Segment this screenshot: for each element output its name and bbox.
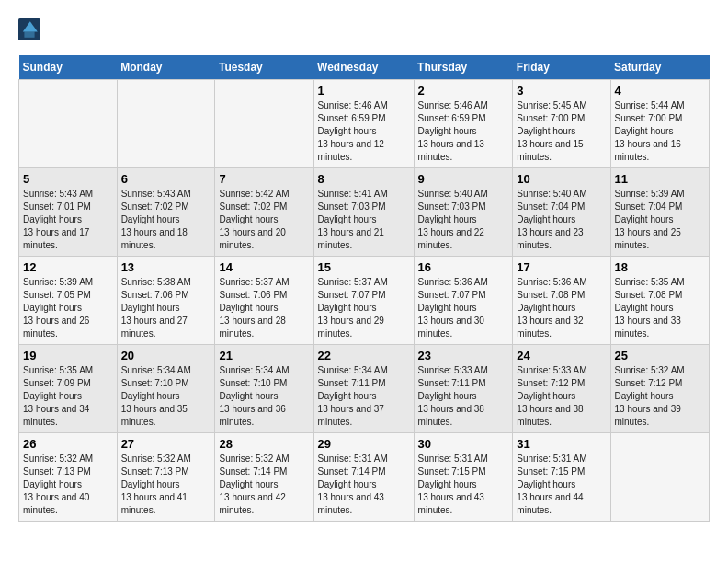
page-header (18, 18, 710, 40)
day-number: 10 (517, 172, 606, 186)
day-number: 5 (23, 172, 113, 186)
day-number: 18 (615, 260, 706, 274)
day-info: Sunrise: 5:40 AM Sunset: 7:03 PM Dayligh… (418, 188, 509, 252)
weekday-header: Friday (513, 55, 610, 80)
calendar-cell: 30 Sunrise: 5:31 AM Sunset: 7:15 PM Dayl… (414, 433, 513, 522)
day-info: Sunrise: 5:46 AM Sunset: 6:59 PM Dayligh… (418, 99, 509, 164)
day-number: 25 (615, 349, 706, 362)
day-info: Sunrise: 5:33 AM Sunset: 7:12 PM Dayligh… (517, 364, 606, 429)
day-info: Sunrise: 5:32 AM Sunset: 7:13 PM Dayligh… (23, 453, 113, 517)
day-info: Sunrise: 5:42 AM Sunset: 7:02 PM Dayligh… (219, 188, 309, 252)
day-info: Sunrise: 5:39 AM Sunset: 7:04 PM Dayligh… (615, 188, 706, 252)
day-info: Sunrise: 5:38 AM Sunset: 7:06 PM Dayligh… (121, 276, 211, 340)
day-number: 13 (121, 260, 211, 274)
day-info: Sunrise: 5:46 AM Sunset: 6:59 PM Dayligh… (318, 99, 410, 164)
day-number: 31 (517, 437, 606, 451)
calendar-cell: 12 Sunrise: 5:39 AM Sunset: 7:05 PM Dayl… (19, 257, 118, 345)
day-number: 6 (121, 172, 211, 186)
day-info: Sunrise: 5:34 AM Sunset: 7:10 PM Dayligh… (219, 364, 309, 429)
calendar-cell: 13 Sunrise: 5:38 AM Sunset: 7:06 PM Dayl… (117, 257, 215, 345)
calendar-cell: 24 Sunrise: 5:33 AM Sunset: 7:12 PM Dayl… (513, 345, 610, 433)
day-number: 26 (23, 437, 113, 451)
day-number: 1 (318, 84, 410, 98)
calendar-cell: 23 Sunrise: 5:33 AM Sunset: 7:11 PM Dayl… (414, 345, 513, 433)
calendar-cell: 29 Sunrise: 5:31 AM Sunset: 7:14 PM Dayl… (313, 433, 414, 522)
day-info: Sunrise: 5:37 AM Sunset: 7:06 PM Dayligh… (219, 276, 309, 340)
day-info: Sunrise: 5:37 AM Sunset: 7:07 PM Dayligh… (318, 276, 410, 340)
calendar-cell: 6 Sunrise: 5:43 AM Sunset: 7:02 PM Dayli… (117, 168, 215, 257)
calendar-cell: 4 Sunrise: 5:44 AM Sunset: 7:00 PM Dayli… (610, 80, 710, 168)
calendar-table: SundayMondayTuesdayWednesdayThursdayFrid… (18, 55, 710, 522)
weekday-header: Wednesday (313, 55, 414, 80)
day-info: Sunrise: 5:32 AM Sunset: 7:12 PM Dayligh… (615, 364, 706, 429)
day-info: Sunrise: 5:35 AM Sunset: 7:08 PM Dayligh… (615, 276, 706, 340)
weekday-header: Tuesday (215, 55, 313, 80)
weekday-header: Monday (117, 55, 215, 80)
day-number: 16 (418, 260, 509, 274)
calendar-cell: 7 Sunrise: 5:42 AM Sunset: 7:02 PM Dayli… (215, 168, 313, 257)
calendar-cell: 31 Sunrise: 5:31 AM Sunset: 7:15 PM Dayl… (513, 433, 610, 522)
calendar-cell: 25 Sunrise: 5:32 AM Sunset: 7:12 PM Dayl… (610, 345, 710, 433)
calendar-cell: 1 Sunrise: 5:46 AM Sunset: 6:59 PM Dayli… (313, 80, 414, 168)
day-number: 3 (517, 84, 606, 98)
day-number: 15 (318, 260, 410, 274)
day-info: Sunrise: 5:44 AM Sunset: 7:00 PM Dayligh… (615, 99, 706, 164)
weekday-header: Thursday (414, 55, 513, 80)
logo (18, 18, 44, 40)
day-info: Sunrise: 5:36 AM Sunset: 7:07 PM Dayligh… (418, 276, 509, 340)
day-number: 21 (219, 349, 309, 362)
calendar-cell: 22 Sunrise: 5:34 AM Sunset: 7:11 PM Dayl… (313, 345, 414, 433)
calendar-week-row: 5 Sunrise: 5:43 AM Sunset: 7:01 PM Dayli… (19, 168, 710, 257)
day-number: 14 (219, 260, 309, 274)
day-info: Sunrise: 5:39 AM Sunset: 7:05 PM Dayligh… (23, 276, 113, 340)
calendar-cell: 10 Sunrise: 5:40 AM Sunset: 7:04 PM Dayl… (513, 168, 610, 257)
calendar-week-row: 12 Sunrise: 5:39 AM Sunset: 7:05 PM Dayl… (19, 257, 710, 345)
calendar-cell (610, 433, 710, 522)
day-number: 9 (418, 172, 509, 186)
svg-rect-2 (24, 31, 34, 37)
calendar-cell: 18 Sunrise: 5:35 AM Sunset: 7:08 PM Dayl… (610, 257, 710, 345)
day-number: 30 (418, 437, 509, 451)
calendar-week-row: 19 Sunrise: 5:35 AM Sunset: 7:09 PM Dayl… (19, 345, 710, 433)
day-info: Sunrise: 5:36 AM Sunset: 7:08 PM Dayligh… (517, 276, 606, 340)
day-info: Sunrise: 5:34 AM Sunset: 7:10 PM Dayligh… (121, 364, 211, 429)
calendar-cell: 19 Sunrise: 5:35 AM Sunset: 7:09 PM Dayl… (19, 345, 118, 433)
day-info: Sunrise: 5:43 AM Sunset: 7:02 PM Dayligh… (121, 188, 211, 252)
day-number: 4 (615, 84, 706, 98)
calendar-cell: 17 Sunrise: 5:36 AM Sunset: 7:08 PM Dayl… (513, 257, 610, 345)
calendar-cell: 26 Sunrise: 5:32 AM Sunset: 7:13 PM Dayl… (19, 433, 118, 522)
calendar-cell: 9 Sunrise: 5:40 AM Sunset: 7:03 PM Dayli… (414, 168, 513, 257)
day-number: 20 (121, 349, 211, 362)
day-info: Sunrise: 5:34 AM Sunset: 7:11 PM Dayligh… (318, 364, 410, 429)
day-number: 22 (318, 349, 410, 362)
day-number: 7 (219, 172, 309, 186)
day-number: 27 (121, 437, 211, 451)
day-info: Sunrise: 5:35 AM Sunset: 7:09 PM Dayligh… (23, 364, 113, 429)
day-info: Sunrise: 5:40 AM Sunset: 7:04 PM Dayligh… (517, 188, 606, 252)
day-number: 28 (219, 437, 309, 451)
calendar-cell: 5 Sunrise: 5:43 AM Sunset: 7:01 PM Dayli… (19, 168, 118, 257)
day-info: Sunrise: 5:43 AM Sunset: 7:01 PM Dayligh… (23, 188, 113, 252)
day-info: Sunrise: 5:41 AM Sunset: 7:03 PM Dayligh… (318, 188, 410, 252)
day-info: Sunrise: 5:45 AM Sunset: 7:00 PM Dayligh… (517, 99, 606, 164)
day-info: Sunrise: 5:32 AM Sunset: 7:14 PM Dayligh… (219, 453, 309, 517)
day-number: 11 (615, 172, 706, 186)
calendar-cell: 28 Sunrise: 5:32 AM Sunset: 7:14 PM Dayl… (215, 433, 313, 522)
calendar-cell (117, 80, 215, 168)
day-number: 24 (517, 349, 606, 362)
calendar-cell: 21 Sunrise: 5:34 AM Sunset: 7:10 PM Dayl… (215, 345, 313, 433)
day-info: Sunrise: 5:31 AM Sunset: 7:15 PM Dayligh… (418, 453, 509, 517)
day-info: Sunrise: 5:31 AM Sunset: 7:15 PM Dayligh… (517, 453, 606, 517)
day-number: 19 (23, 349, 113, 362)
calendar-cell: 2 Sunrise: 5:46 AM Sunset: 6:59 PM Dayli… (414, 80, 513, 168)
day-number: 17 (517, 260, 606, 274)
calendar-cell: 16 Sunrise: 5:36 AM Sunset: 7:07 PM Dayl… (414, 257, 513, 345)
calendar-cell: 3 Sunrise: 5:45 AM Sunset: 7:00 PM Dayli… (513, 80, 610, 168)
day-info: Sunrise: 5:31 AM Sunset: 7:14 PM Dayligh… (318, 453, 410, 517)
weekday-header-row: SundayMondayTuesdayWednesdayThursdayFrid… (19, 55, 710, 80)
day-number: 12 (23, 260, 113, 274)
logo-icon (18, 18, 40, 40)
calendar-cell (215, 80, 313, 168)
calendar-cell: 15 Sunrise: 5:37 AM Sunset: 7:07 PM Dayl… (313, 257, 414, 345)
calendar-cell: 11 Sunrise: 5:39 AM Sunset: 7:04 PM Dayl… (610, 168, 710, 257)
